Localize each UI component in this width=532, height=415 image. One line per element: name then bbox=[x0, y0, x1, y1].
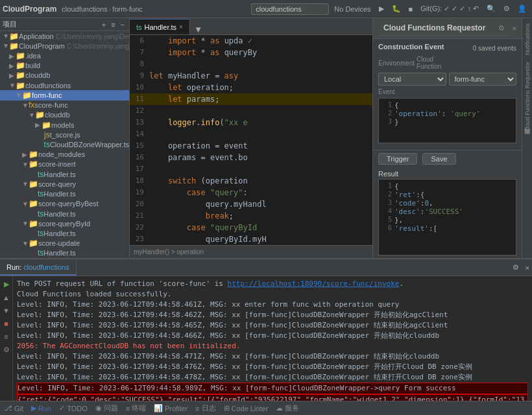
log-line: The POST request URL of function 'score-… bbox=[17, 279, 528, 289]
right-tab-cf-requestor[interactable]: Cloud Functions Requestor bbox=[524, 59, 531, 135]
log-line: Cloud Functions loaded successfully. bbox=[17, 289, 528, 300]
sidebar-filter-btn[interactable]: ≡ bbox=[109, 20, 117, 29]
code-line: 9let myHandler = asy bbox=[130, 70, 372, 82]
tree-item-score-query[interactable]: ▼ 📁 score-query bbox=[0, 179, 129, 189]
sidebar: 项目 + ≡ − ▼ 📁 Application C:\Users\rommy.… bbox=[0, 18, 130, 258]
code-editor[interactable]: 6 import * as upda ✓ 7 import * as query… bbox=[130, 35, 372, 245]
run-filter-btn[interactable]: ⚙ bbox=[2, 344, 11, 355]
log-link[interactable]: http://localhost:18090/score-func/invoke bbox=[228, 279, 400, 288]
cf-result-editor[interactable]: 1{ 2 'ret':{ 3 'code':0, 4 'desc':'SUCCE… bbox=[378, 179, 516, 255]
tree-item-handler5[interactable]: ts Handler.ts bbox=[0, 248, 129, 258]
stop-btn[interactable]: ■ bbox=[406, 5, 416, 14]
func-select[interactable]: form-func bbox=[449, 73, 517, 86]
arrow-icon: ▼ bbox=[16, 91, 22, 99]
tree-item-node-modules[interactable]: ▶ 📁 node_modules bbox=[0, 150, 129, 160]
sidebar-add-btn[interactable]: + bbox=[100, 20, 108, 29]
breadcrumb-form-func[interactable]: form-func bbox=[112, 5, 142, 13]
close-tab-icon[interactable]: × bbox=[179, 23, 183, 30]
tree-item[interactable]: ▶ 📁 .idea bbox=[0, 51, 129, 60]
run-tab-name[interactable]: cloudfunctions bbox=[23, 263, 69, 271]
run-down-btn[interactable]: ▼ bbox=[1, 305, 11, 316]
save-btn[interactable]: Save bbox=[422, 153, 455, 165]
cf-close-icon[interactable]: × bbox=[513, 25, 516, 32]
tree-item-handler3[interactable]: ts Handler.ts bbox=[0, 209, 129, 219]
run-stop-btn[interactable]: ■ bbox=[3, 318, 10, 329]
tree-item[interactable]: ▶ 📁 models bbox=[0, 120, 129, 130]
breadcrumb-cloudfunctions[interactable]: cloudfunctions bbox=[62, 5, 107, 13]
status-run[interactable]: ▶ Run bbox=[31, 404, 51, 412]
status-terminal[interactable]: ≡ 终端 bbox=[126, 403, 146, 413]
right-tab-notifications[interactable]: Notifications bbox=[524, 21, 531, 58]
no-devices-btn[interactable]: No Devices bbox=[332, 5, 373, 14]
git-btn[interactable]: Git(G): ✓ ✓ ✓ ↑ ↶ bbox=[418, 4, 481, 14]
status-code-linter[interactable]: ⊞ Code Linter bbox=[224, 404, 269, 412]
status-log[interactable]: ≡ 日志 bbox=[195, 403, 215, 413]
tree-item[interactable]: ▼ fx score-func bbox=[0, 101, 129, 110]
user-btn[interactable]: 👤 bbox=[515, 4, 529, 14]
code-line: 12 bbox=[130, 105, 372, 117]
tree-label: Handler.ts bbox=[43, 249, 76, 257]
log-line: Level: INFO, Time: 2023-06-12T09:44:58.4… bbox=[17, 320, 528, 331]
status-service[interactable]: ☁ 服务 bbox=[276, 403, 299, 413]
search-input[interactable] bbox=[251, 3, 329, 15]
tree-item-handler2[interactable]: ts Handler.ts bbox=[0, 189, 129, 199]
cf-buttons: Trigger Save bbox=[373, 150, 522, 167]
run-clear-btn[interactable]: ≡ bbox=[3, 331, 9, 342]
bottom-settings-icon[interactable]: ⚙ bbox=[510, 263, 522, 272]
cf-panel-header: Cloud Functions Requestor ⚙ × bbox=[373, 18, 522, 39]
tree-item-handler1[interactable]: ts Handler.ts bbox=[0, 169, 129, 179]
tree-item[interactable]: ▶ 📁 clouddb bbox=[0, 71, 129, 80]
bottom-close-icon[interactable]: × bbox=[523, 263, 532, 272]
tree-item-score-querybyid[interactable]: ▼ 📁 score-queryById bbox=[0, 219, 129, 228]
tree-item-score-insert[interactable]: ▼ 📁 score-insert bbox=[0, 160, 129, 169]
arrow-icon: ▶ bbox=[22, 151, 29, 158]
breadcrumb-status: myHandler() > operation bbox=[134, 248, 204, 255]
run-btn-toolbar[interactable]: ▶ bbox=[376, 4, 387, 14]
tree-item[interactable]: ▼ 📁 clouddb bbox=[0, 110, 129, 120]
cf-settings-icon[interactable]: ⚙ bbox=[493, 21, 510, 36]
status-profiler[interactable]: 📊 Profiler bbox=[154, 404, 187, 412]
search-btn[interactable]: 🔍 bbox=[484, 4, 498, 14]
folder-icon: 📁 bbox=[16, 61, 25, 70]
tree-item-score-update[interactable]: ▼ 📁 score-update bbox=[0, 239, 129, 248]
run-up-btn[interactable]: ▲ bbox=[1, 292, 11, 303]
arrow-icon: ▼ bbox=[9, 82, 16, 89]
tree-item[interactable]: ▼ 📁 Application C:\Users\rommy.yang\Dev bbox=[0, 31, 129, 41]
debug-btn[interactable]: 🐛 bbox=[389, 4, 404, 14]
folder-icon: 📁 bbox=[16, 71, 25, 80]
tree-item[interactable]: ▼ 📁 CloudProgram C:\Users\rommy.yang\ bbox=[0, 41, 129, 51]
tree-label: CloudDBZoneWrapper.ts bbox=[50, 141, 129, 148]
service-icon: ☁ bbox=[276, 404, 283, 412]
fx-icon: fx bbox=[29, 101, 34, 110]
env-select[interactable]: Local bbox=[378, 73, 446, 86]
status-problems[interactable]: ◉ 问题 bbox=[95, 403, 118, 413]
tree-item-clouddbzonewrapper[interactable]: ts CloudDBZoneWrapper.ts bbox=[0, 139, 129, 149]
sidebar-collapse-btn[interactable]: − bbox=[119, 20, 127, 29]
code-line: 19 case "query": bbox=[130, 187, 372, 198]
run-tab[interactable]: Run: cloudfunctions bbox=[0, 259, 77, 276]
code-line: 8 bbox=[130, 58, 372, 70]
run-controls: ▶ ▲ ▼ ■ ≡ ⚙ bbox=[0, 276, 13, 401]
status-run-label: Run bbox=[38, 405, 51, 412]
tree-item-handler4[interactable]: ts Handler.ts bbox=[0, 228, 129, 238]
cf-event-editor[interactable]: 1{ 2 'operation': 'query' 3} bbox=[378, 98, 516, 143]
ts-icon: ts bbox=[38, 248, 43, 257]
run-tab-label: Run: bbox=[6, 263, 21, 271]
tree-item[interactable]: ▶ 📁 build bbox=[0, 61, 129, 71]
run-icon: ▶ bbox=[31, 404, 36, 412]
trigger-btn[interactable]: Trigger bbox=[378, 153, 417, 165]
settings-btn[interactable]: ⚙ bbox=[501, 4, 513, 14]
tree-label: CloudProgram C:\Users\rommy.yang\ bbox=[19, 42, 129, 50]
run-start-btn[interactable]: ▶ bbox=[3, 279, 10, 290]
status-git[interactable]: ⎇ Git bbox=[4, 404, 23, 412]
tree-label: form-func bbox=[32, 91, 62, 99]
tree-item-t-score-js[interactable]: js t_score.js bbox=[0, 130, 129, 139]
more-tabs-btn[interactable]: ▼ bbox=[191, 25, 205, 34]
tree-item[interactable]: ▼ 📁 cloudfunctions bbox=[0, 80, 129, 90]
tree-item-score-querybybest[interactable]: ▼ 📁 score-queryByBest bbox=[0, 199, 129, 209]
terminal-icon: ≡ bbox=[126, 405, 130, 412]
tab-handler-ts[interactable]: ts Handler.ts × bbox=[130, 19, 190, 34]
right-tab-structure[interactable]: 结构图 bbox=[522, 136, 532, 141]
status-todo[interactable]: ✓ TODO bbox=[59, 404, 88, 412]
tree-item-form-func[interactable]: ▼ 📁 form-func bbox=[0, 90, 129, 100]
